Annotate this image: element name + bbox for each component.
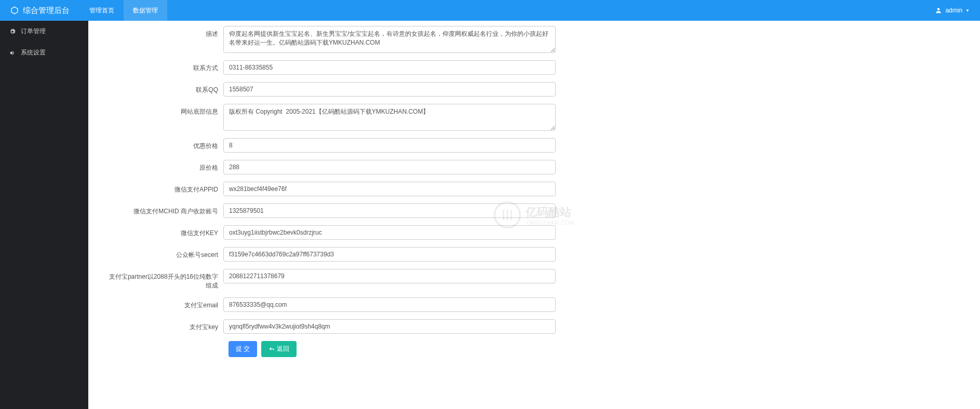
back-arrow-icon bbox=[269, 347, 275, 352]
back-label: 返回 bbox=[277, 345, 289, 353]
input-wx-key[interactable] bbox=[223, 225, 556, 240]
input-wx-secret[interactable] bbox=[223, 247, 556, 262]
nav-items: 管理首页 数据管理 bbox=[80, 0, 167, 21]
label-qq: 联系QQ bbox=[104, 82, 223, 94]
input-alipay-partner[interactable] bbox=[223, 269, 556, 283]
label-original-price: 原价格 bbox=[104, 160, 223, 172]
user-menu[interactable]: admin ▼ bbox=[924, 7, 980, 14]
label-discount-price: 优惠价格 bbox=[104, 138, 223, 151]
input-discount-price[interactable] bbox=[223, 138, 556, 153]
sidebar-label-settings: 系统设置 bbox=[21, 48, 46, 57]
username: admin bbox=[945, 7, 962, 14]
back-button[interactable]: 返回 bbox=[261, 341, 297, 357]
sidebar-item-orders[interactable]: 订单管理 bbox=[0, 21, 88, 42]
label-alipay-email: 支付宝email bbox=[104, 297, 223, 310]
nav-home[interactable]: 管理首页 bbox=[80, 0, 124, 21]
label-alipay-key: 支付宝key bbox=[104, 319, 223, 332]
input-contact[interactable] bbox=[223, 60, 556, 75]
sidebar: 订单管理 系统设置 bbox=[0, 21, 88, 409]
input-footer[interactable] bbox=[223, 104, 556, 131]
label-wx-mchid: 微信支付MCHID 商户收款账号 bbox=[104, 203, 223, 216]
label-description: 描述 bbox=[104, 26, 223, 38]
input-wx-mchid[interactable] bbox=[223, 203, 556, 218]
nav-data[interactable]: 数据管理 bbox=[124, 0, 167, 21]
label-wx-secret: 公众帐号secert bbox=[104, 247, 223, 260]
label-contact: 联系方式 bbox=[104, 60, 223, 73]
top-header: 综合管理后台 管理首页 数据管理 admin ▼ bbox=[0, 0, 980, 21]
main-content: 亿码酷站 YMKUZHAN.COM 描述 联系方式 联系QQ 网站底部信息 优惠… bbox=[88, 21, 980, 409]
user-icon bbox=[935, 7, 942, 14]
label-wx-key: 微信支付KEY bbox=[104, 225, 223, 238]
label-alipay-partner: 支付宝partner以2088开头的16位纯数字组成 bbox=[104, 269, 223, 290]
input-qq[interactable] bbox=[223, 82, 556, 97]
svg-point-1 bbox=[937, 8, 940, 10]
volume-icon bbox=[9, 50, 16, 56]
input-original-price[interactable] bbox=[223, 160, 556, 174]
sidebar-item-settings[interactable]: 系统设置 bbox=[0, 42, 88, 63]
input-description[interactable] bbox=[223, 26, 556, 53]
input-alipay-email[interactable] bbox=[223, 297, 556, 312]
app-title: 综合管理后台 bbox=[23, 6, 70, 16]
hexagon-icon bbox=[10, 6, 19, 15]
gear-icon bbox=[9, 29, 16, 35]
input-alipay-key[interactable] bbox=[223, 319, 556, 334]
header-logo: 综合管理后台 bbox=[0, 6, 80, 16]
submit-button[interactable]: 提 交 bbox=[229, 341, 257, 357]
input-wx-appid[interactable] bbox=[223, 182, 556, 196]
chevron-down-icon: ▼ bbox=[965, 8, 970, 13]
label-wx-appid: 微信支付APPID bbox=[104, 182, 223, 194]
sidebar-label-orders: 订单管理 bbox=[21, 27, 46, 36]
label-footer: 网站底部信息 bbox=[104, 104, 223, 116]
svg-marker-0 bbox=[11, 7, 18, 13]
